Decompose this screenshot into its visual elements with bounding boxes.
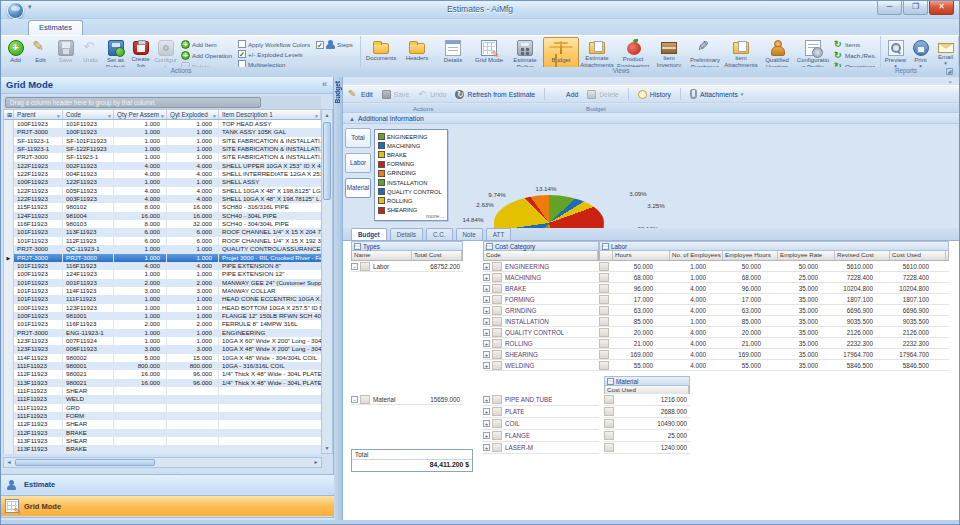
table-row[interactable]: 113F1192398002116.00096.0001/4" Thick X … xyxy=(4,379,322,387)
labor-row[interactable]: 17.0004.00017.00035.0001807.1001807.100 xyxy=(599,294,949,305)
cost-category-row[interactable]: +INSTALLATION xyxy=(483,316,599,327)
labor-row[interactable]: 63.0004.00063.00035.0006696.9006696.900 xyxy=(599,305,949,316)
row-selector[interactable] xyxy=(4,262,14,270)
reports-dialog-launcher-icon[interactable]: ◢ xyxy=(946,68,953,75)
expand-node-icon[interactable]: + xyxy=(483,318,490,325)
filter-icon[interactable]: ▼ xyxy=(56,112,61,119)
material-category-row[interactable]: +PIPE AND TUBE xyxy=(483,394,599,406)
toolbar-button-refresh-from-estimate[interactable]: Refresh from Estimate xyxy=(455,90,535,99)
row-selector[interactable] xyxy=(4,370,14,378)
labor-row[interactable]: 96.0004.00096.00035.00010204.80010204.80… xyxy=(599,283,949,294)
expand-node-icon[interactable]: + xyxy=(483,263,490,270)
table-row[interactable]: 101F11923116F119232.0002.000FERRULE 8" 1… xyxy=(4,320,322,328)
row-selector[interactable] xyxy=(4,387,14,395)
row-selector[interactable] xyxy=(599,328,609,337)
table-row[interactable]: 112F11923BRAKE xyxy=(4,429,322,437)
cost-category-row[interactable]: +ENGINEERING xyxy=(483,261,599,272)
table-row[interactable]: PRJT-3000QC-11923-11.0001.000QUALITY CON… xyxy=(4,245,322,253)
ribbon-button-items[interactable]: Items xyxy=(834,40,876,49)
row-selector[interactable] xyxy=(604,419,614,428)
row-selector[interactable] xyxy=(4,362,14,370)
row-selector[interactable] xyxy=(492,350,502,359)
cost-category-row[interactable]: +MACHINING xyxy=(483,272,599,283)
checkbox-steps[interactable]: ✓Steps xyxy=(316,40,353,49)
expand-node-icon[interactable]: + xyxy=(483,408,490,415)
table-row[interactable]: SF-11923-1SF-122F119231.0001.000SITE FAB… xyxy=(4,145,322,153)
cost-category-row[interactable]: +GRINDING xyxy=(483,305,599,316)
toolbar-button-attachments[interactable]: Attachments xyxy=(690,90,738,99)
table-row[interactable]: 113F11923BRAKE xyxy=(4,445,322,453)
row-selector[interactable] xyxy=(492,361,502,370)
cost-category-row[interactable]: +SHEARING xyxy=(483,349,599,360)
labor-row[interactable]: 68.0001.00068.00025.0007228.4007228.400 xyxy=(599,272,949,283)
row-selector[interactable] xyxy=(4,320,14,328)
material-category-row[interactable]: +LASER-M xyxy=(483,442,599,454)
row-selector[interactable] xyxy=(4,170,14,178)
toolbar-button-add[interactable]: Add xyxy=(554,90,578,99)
group-by-hint[interactable]: Drag a column header here to group by th… xyxy=(5,97,261,108)
types-row-material[interactable]: - Material 15659.000 xyxy=(351,394,463,405)
row-selector[interactable] xyxy=(4,445,14,453)
row-selector[interactable] xyxy=(604,407,614,416)
horizontal-scrollbar[interactable]: ◄ ► xyxy=(3,457,322,468)
material-cost-row[interactable]: 1240.000 xyxy=(604,442,690,454)
maximize-button[interactable]: ❐ xyxy=(903,1,928,15)
tab-estimates[interactable]: Estimates xyxy=(28,20,83,35)
toolbar-button-history[interactable]: History xyxy=(638,90,671,99)
material-cost-row[interactable]: 2688.000 xyxy=(604,406,690,418)
column-cost-used[interactable]: Cost Used xyxy=(890,251,946,260)
material-category-row[interactable]: +FLANGE xyxy=(483,430,599,442)
row-selector[interactable] xyxy=(492,431,502,440)
row-selector[interactable] xyxy=(492,328,502,337)
row-selector[interactable] xyxy=(4,162,14,170)
table-row[interactable]: PRJT-3000100F119231.0001.000TANK ASSY 10… xyxy=(4,128,322,136)
ribbon-button-add-operation[interactable]: Add Operation xyxy=(181,51,232,60)
row-selector[interactable] xyxy=(492,395,502,404)
table-row[interactable]: 100F119239810011.0001.000FLANGE 12" 150L… xyxy=(4,312,322,320)
column-hours[interactable]: Hours xyxy=(613,251,670,260)
row-selector[interactable] xyxy=(599,306,609,315)
row-selector[interactable] xyxy=(4,412,14,420)
material-cost-row[interactable]: 1216.000 xyxy=(604,394,690,406)
labor-row[interactable]: 55.0004.00055.00035.0005846.5005846.500 xyxy=(599,360,949,371)
row-selector[interactable] xyxy=(4,137,14,145)
view-tab-labor[interactable]: Labor xyxy=(345,153,371,173)
row-selector[interactable] xyxy=(4,287,14,295)
row-selector[interactable] xyxy=(4,295,14,303)
row-selector[interactable] xyxy=(492,273,502,282)
column-code[interactable]: Code xyxy=(484,251,598,260)
row-selector[interactable] xyxy=(599,317,609,326)
panel-splitter[interactable]: Budget xyxy=(334,77,343,525)
table-row[interactable]: ▶PRJT-3000PRJT-30001.0001.000Projet 3000… xyxy=(4,254,322,262)
material-cost-row[interactable]: 10490.000 xyxy=(604,418,690,430)
checkbox-exploded-levels[interactable]: ✓+/-Exploded Levels xyxy=(238,50,310,58)
table-row[interactable]: 111F11923FORM xyxy=(4,412,322,420)
row-selector[interactable] xyxy=(4,237,14,245)
nav-item-grid-mode[interactable]: Grid Mode xyxy=(1,495,334,516)
dropdown-arrow-icon[interactable]: ▾ xyxy=(741,91,744,97)
toolbar-button-delete[interactable]: Delete xyxy=(587,90,619,99)
table-row[interactable]: 113F11923SHEAR xyxy=(4,437,322,445)
row-selector[interactable] xyxy=(599,339,609,348)
row-selector[interactable] xyxy=(604,431,614,440)
row-selector[interactable] xyxy=(492,295,502,304)
table-row[interactable]: 101F11923114F119233.0003.000MANWAY COLLA… xyxy=(4,287,322,295)
close-button[interactable]: ✕ xyxy=(929,1,954,15)
row-selector[interactable]: ▶ xyxy=(4,254,14,262)
row-selector[interactable] xyxy=(4,437,14,445)
row-selector[interactable] xyxy=(4,220,14,228)
table-row[interactable]: 101F11923111F119231.0001.000HEAD CONE EC… xyxy=(4,295,322,303)
row-selector[interactable] xyxy=(599,295,609,304)
row-selector[interactable] xyxy=(4,379,14,387)
budget-side-tab[interactable]: Budget xyxy=(334,81,341,103)
table-row[interactable]: 122F11923003F119234.0004.000SHELL 10GA X… xyxy=(4,195,322,203)
tab-details[interactable]: Details xyxy=(390,228,423,240)
row-selector[interactable] xyxy=(4,304,14,312)
table-row[interactable]: 111F11923SHEAR xyxy=(4,387,322,395)
scrollbar-thumb[interactable] xyxy=(15,459,155,466)
cost-category-row[interactable]: +QUALITY CONTROL xyxy=(483,327,599,338)
material-cost-row[interactable]: 25.000 xyxy=(604,430,690,442)
table-row[interactable]: 101F11923001F119232.0002.000MANWAY GEE 2… xyxy=(4,279,322,287)
cost-category-row[interactable]: +FORMING xyxy=(483,294,599,305)
row-selector[interactable] xyxy=(4,279,14,287)
